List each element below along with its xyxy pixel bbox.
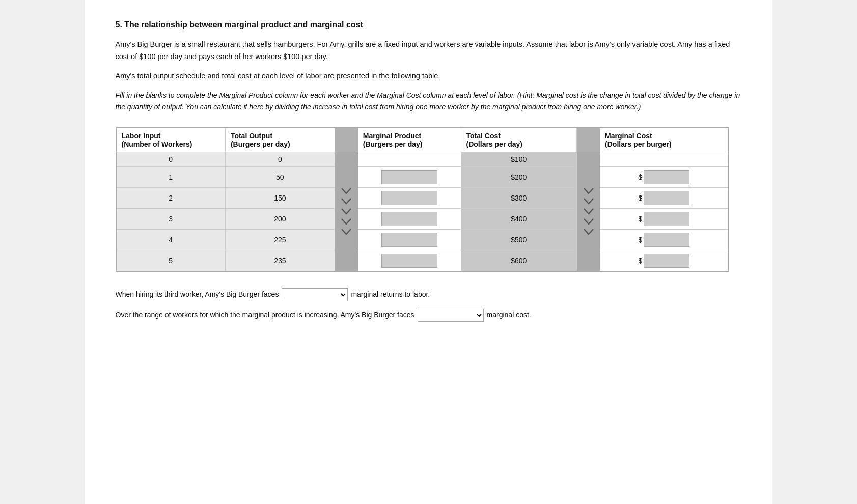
col-mc-arrow-header: [577, 128, 600, 152]
labor-cell: 5: [116, 250, 226, 271]
col-output-header: Total Output (Burgers per day): [225, 128, 335, 152]
mc-input-cell[interactable]: $: [600, 187, 729, 208]
tc-cell: $100: [461, 152, 577, 166]
mc-dollar-sign: $: [639, 194, 643, 202]
mc-input-5[interactable]: [644, 254, 689, 268]
col-tc-header: Total Cost (Dollars per day): [461, 128, 577, 152]
mc-input-4[interactable]: [644, 233, 689, 247]
fill-line-1-suffix: marginal returns to labor.: [351, 289, 430, 301]
mc-dollar-sign: $: [639, 173, 643, 181]
mp-input-3[interactable]: [381, 212, 437, 226]
output-cell: 225: [225, 229, 335, 250]
mc-input-cell[interactable]: $: [600, 208, 729, 229]
fill-line-1: When hiring its third worker, Amy's Big …: [116, 288, 742, 301]
page: 5. The relationship between marginal pro…: [85, 0, 772, 504]
mc-input-cell: [600, 152, 729, 166]
table-wrapper: Labor Input (Number of Workers) Total Ou…: [116, 127, 742, 272]
labor-cell: 4: [116, 229, 226, 250]
tc-cell: $600: [461, 250, 577, 271]
mp-input-cell[interactable]: [358, 208, 461, 229]
output-cell: 235: [225, 250, 335, 271]
mp-input-5[interactable]: [381, 254, 437, 268]
mp-input-4[interactable]: [381, 233, 437, 247]
mp-input-cell[interactable]: [358, 229, 461, 250]
main-table: Labor Input (Number of Workers) Total Ou…: [116, 127, 729, 272]
mp-chevron-2-icon: [341, 198, 352, 205]
mp-input-2[interactable]: [381, 191, 437, 205]
fill-line-2-prefix: Over the range of workers for which the …: [116, 309, 414, 321]
mp-arrow-col: [335, 152, 358, 271]
paragraph2: Amy's total output schedule and total co…: [116, 70, 742, 82]
output-cell: 0: [225, 152, 335, 166]
mc-chevron-2-icon: [583, 198, 594, 205]
section-title: 5. The relationship between marginal pro…: [116, 20, 742, 30]
tc-cell: $200: [461, 166, 577, 187]
table-row: 5235$600$: [116, 250, 729, 271]
mc-chevron-4-icon: [583, 218, 594, 225]
mc-input-1[interactable]: [644, 170, 689, 184]
mp-input-1[interactable]: [381, 170, 437, 184]
output-cell: 50: [225, 166, 335, 187]
mp-chevron-4-icon: [341, 218, 352, 225]
output-cell: 150: [225, 187, 335, 208]
fill-line-2: Over the range of workers for which the …: [116, 309, 742, 322]
mc-input-3[interactable]: [644, 212, 689, 226]
mp-input-cell[interactable]: [358, 166, 461, 187]
mc-chevron-3-icon: [583, 208, 594, 215]
col-labor-header: Labor Input (Number of Workers): [116, 128, 226, 152]
mc-chevron-1-icon: [583, 187, 594, 194]
paragraph1: Amy's Big Burger is a small restaurant t…: [116, 39, 742, 63]
labor-cell: 3: [116, 208, 226, 229]
table-row: 3200$400$: [116, 208, 729, 229]
labor-cell: 0: [116, 152, 226, 166]
output-cell: 200: [225, 208, 335, 229]
tc-cell: $500: [461, 229, 577, 250]
table-row: 00 $100: [116, 152, 729, 166]
mp-input-cell[interactable]: [358, 187, 461, 208]
tc-cell: $400: [461, 208, 577, 229]
mp-chevron-1-icon: [341, 187, 352, 194]
fill-line-1-prefix: When hiring its third worker, Amy's Big …: [116, 289, 279, 301]
table-row: 150$200$: [116, 166, 729, 187]
col-mp-header: Marginal Product (Burgers per day): [358, 128, 461, 152]
mc-arrow-col: [577, 152, 600, 271]
labor-cell: 1: [116, 166, 226, 187]
col-mc-header: Marginal Cost (Dollars per burger): [600, 128, 729, 152]
hint-block: Fill in the blanks to complete the Margi…: [116, 90, 742, 113]
labor-cell: 2: [116, 187, 226, 208]
dropdown-marginal-cost[interactable]: increasing decreasing constant: [418, 309, 484, 322]
dropdown-marginal-returns[interactable]: increasing decreasing constant: [282, 288, 348, 301]
table-row: 4225$500$: [116, 229, 729, 250]
col-mp-arrow-header: [335, 128, 358, 152]
tc-cell: $300: [461, 187, 577, 208]
mp-input-cell: [358, 152, 461, 166]
mc-dollar-sign: $: [639, 236, 643, 244]
mp-chevron-3-icon: [341, 208, 352, 215]
table-row: 2150$300$: [116, 187, 729, 208]
mc-input-cell[interactable]: $: [600, 229, 729, 250]
mp-chevron-5-icon: [341, 228, 352, 235]
bottom-section: When hiring its third worker, Amy's Big …: [116, 288, 742, 322]
fill-line-2-suffix: marginal cost.: [487, 309, 531, 321]
mc-dollar-sign: $: [639, 215, 643, 223]
mc-input-2[interactable]: [644, 191, 689, 205]
mc-input-cell[interactable]: $: [600, 250, 729, 271]
mp-input-cell[interactable]: [358, 250, 461, 271]
mc-input-cell[interactable]: $: [600, 166, 729, 187]
mc-dollar-sign: $: [639, 257, 643, 265]
mc-chevron-5-icon: [583, 228, 594, 235]
